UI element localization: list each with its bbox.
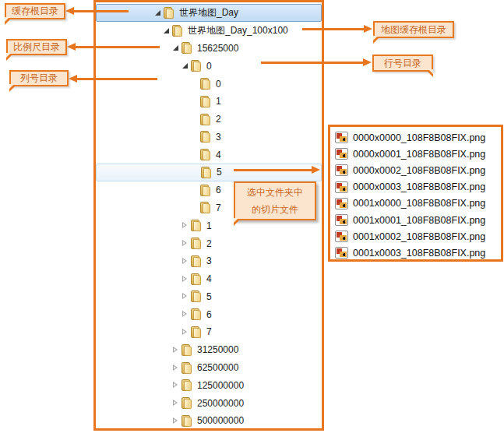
arrow-line-scale-dir [76, 46, 160, 48]
image-file-icon [335, 132, 348, 143]
collapse-triangle-icon[interactable] [171, 399, 180, 407]
tree-item-label: 世界地图_Day_100x100 [188, 24, 288, 37]
file-item[interactable]: 0000x0003_108F8B08FIX.png [335, 179, 501, 195]
tree-item-scale[interactable]: 125000000 [96, 376, 322, 394]
collapse-triangle-icon[interactable] [181, 292, 189, 301]
arrowhead-scale-dir-icon [67, 43, 76, 51]
folder-icon [200, 202, 211, 213]
image-file-icon [335, 181, 348, 193]
callout-selected-tiles-line1: 选中文件夹中 [247, 184, 303, 201]
folder-icon [172, 25, 183, 37]
file-item[interactable]: 0001x0002_108F8B08FIX.png [335, 228, 501, 245]
image-file-icon [335, 231, 348, 242]
collapse-triangle-icon[interactable] [171, 364, 180, 372]
collapse-triangle-icon[interactable] [171, 346, 180, 354]
tree-item-label: 2 [206, 238, 212, 249]
folder-icon [201, 167, 212, 178]
image-file-icon [335, 164, 348, 176]
arrowhead-row-dir-icon [363, 58, 372, 66]
file-item[interactable]: 0001x0003_108F8B08FIX.png [335, 245, 501, 261]
arrowhead-map-cache-root-icon [364, 25, 372, 33]
folder-icon [191, 326, 202, 338]
tree-item-label: 3 [206, 255, 212, 266]
collapse-triangle-icon[interactable] [171, 417, 180, 425]
file-name: 0000x0000_108F8B08FIX.png [353, 132, 485, 143]
tree-item-row-dir[interactable]: 6 [96, 305, 322, 323]
callout-cache-root: 缓存根目录 [5, 3, 65, 19]
file-item[interactable]: 0000x0001_108F8B08FIX.png [335, 146, 501, 162]
no-triangle-spacer [190, 203, 199, 212]
folder-icon [182, 42, 192, 54]
tree-item-column[interactable]: 3 [96, 128, 322, 146]
tree-item-label: 6 [206, 309, 212, 320]
tree-item-label: 5 [217, 167, 222, 178]
file-name: 0000x0003_108F8B08FIX.png [353, 181, 485, 192]
no-triangle-spacer [191, 168, 199, 177]
file-name: 0000x0002_108F8B08FIX.png [353, 165, 485, 176]
callout-map-cache-root: 地图缓存根目录 [373, 21, 454, 38]
arrow-line-selected-folder [234, 169, 312, 171]
callout-row-dir: 行号目录 [372, 55, 433, 72]
folder-icon [191, 238, 202, 249]
arrowhead-selected-folder-icon [312, 166, 320, 174]
folder-icon [182, 397, 192, 409]
callout-scale-dir-label: 比例尺目录 [13, 40, 60, 54]
file-item[interactable]: 0000x0000_108F8B08FIX.png [335, 129, 501, 146]
tree-item-row-dir[interactable]: 7 [96, 323, 322, 341]
tree-item-label: 0 [216, 79, 221, 90]
tree-item-row-dir[interactable]: 2 [96, 234, 322, 252]
folder-icon [191, 273, 202, 285]
collapse-triangle-icon[interactable] [181, 310, 189, 319]
tree-item-column[interactable]: 4 [96, 146, 322, 164]
tree-item-label: 5 [206, 291, 212, 302]
file-name: 0000x0001_108F8B08FIX.png [353, 149, 485, 160]
tree-item-label: 250000000 [197, 398, 244, 409]
no-triangle-spacer [190, 97, 199, 106]
tree-item-map-cache-root[interactable]: 世界地图_Day_100x100 [96, 22, 322, 40]
arrow-line-column-dir [77, 78, 157, 80]
tree-item-label: 世界地图_Day [179, 6, 238, 19]
tree-item-row-dir[interactable]: 0 [96, 57, 322, 75]
no-triangle-spacer [190, 150, 199, 159]
tree-item-scale[interactable]: 31250000 [96, 341, 322, 359]
expand-triangle-icon[interactable] [153, 9, 162, 17]
file-item[interactable]: 0001x0000_108F8B08FIX.png [335, 195, 501, 212]
tree-item-scale[interactable]: 250000000 [96, 394, 322, 412]
tree-item-column[interactable]: 2 [96, 111, 322, 128]
tree-item-row-dir[interactable]: 3 [96, 252, 322, 270]
tree-item-column[interactable]: 1 [96, 93, 322, 111]
file-item[interactable]: 0000x0002_108F8B08FIX.png [335, 162, 501, 178]
tree-item-label: 7 [206, 326, 212, 337]
no-triangle-spacer [190, 186, 199, 195]
tree-item-label: 125000000 [197, 380, 244, 391]
expand-triangle-icon[interactable] [171, 44, 180, 52]
expand-triangle-icon[interactable] [162, 26, 171, 35]
collapse-triangle-icon[interactable] [181, 239, 189, 248]
expand-triangle-icon[interactable] [181, 62, 189, 70]
collapse-triangle-icon[interactable] [181, 257, 189, 266]
tree-item-scale[interactable]: 62500000 [96, 359, 322, 377]
folder-icon [191, 60, 202, 72]
tree-item-scale[interactable]: 500000000 [96, 412, 322, 430]
no-triangle-spacer [190, 79, 199, 88]
tree-item-column-selected[interactable]: 5 [96, 164, 322, 181]
collapse-triangle-icon[interactable] [181, 328, 189, 336]
no-triangle-spacer [190, 115, 199, 124]
tree-item-row-dir[interactable]: 4 [96, 270, 322, 288]
image-file-icon [335, 247, 348, 259]
folder-icon [182, 344, 192, 356]
folder-icon [200, 131, 211, 143]
tree-item-label: 4 [216, 150, 221, 160]
folder-icon [200, 114, 211, 125]
collapse-triangle-icon[interactable] [171, 381, 180, 389]
image-file-icon [335, 148, 348, 160]
callout-cache-root-label: 缓存根目录 [12, 5, 58, 18]
file-item[interactable]: 0001x0001_108F8B08FIX.png [335, 212, 501, 228]
collapse-triangle-icon[interactable] [181, 275, 189, 283]
screenshot-stage: 世界地图_Day 世界地图_Day_100x100 15625000 0 0 1 [0, 0, 504, 433]
tree-item-row-dir[interactable]: 5 [96, 288, 322, 306]
collapse-triangle-icon[interactable] [181, 221, 189, 230]
tree-item-cache-root[interactable]: 世界地图_Day [96, 4, 322, 22]
folder-icon [200, 149, 211, 160]
folder-icon [182, 362, 192, 374]
